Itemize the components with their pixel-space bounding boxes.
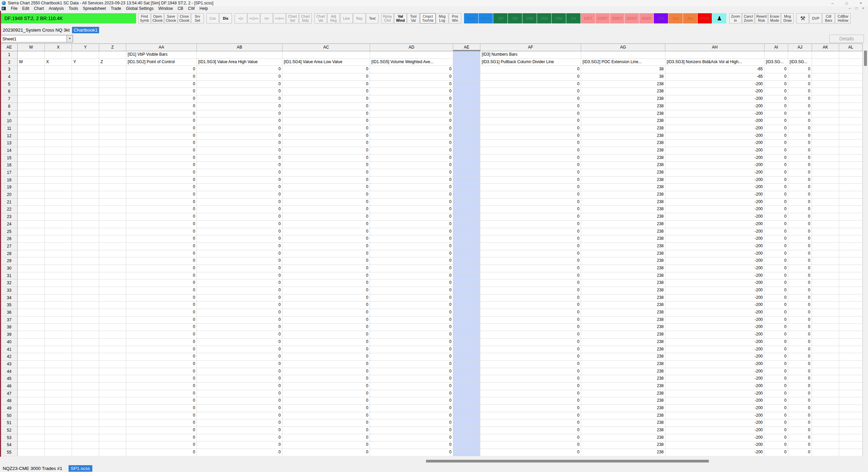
cell-AE42[interactable] [453, 353, 480, 361]
cell-AL49[interactable] [839, 405, 863, 412]
cell-AG1[interactable] [581, 51, 665, 59]
cell-AB48[interactable]: 0 [197, 397, 282, 405]
cell-AE30[interactable] [453, 265, 480, 272]
cell-AI53[interactable]: 0 [764, 434, 788, 442]
cell-AJ7[interactable]: 0 [788, 95, 812, 103]
row-number[interactable]: 42 [1, 353, 18, 361]
cell-AK50[interactable] [812, 412, 839, 420]
cell-AK27[interactable] [812, 243, 839, 250]
cell-AC10[interactable]: 0 [282, 117, 370, 125]
cell-AE47[interactable] [453, 390, 480, 398]
cell-AG12[interactable]: 238 [581, 132, 665, 140]
cell-X19[interactable] [45, 184, 72, 191]
cell-AA27[interactable]: 0 [126, 243, 197, 250]
cell-AA32[interactable]: 0 [126, 279, 197, 287]
cell-AF1[interactable]: [ID3] Numbers Bars [480, 51, 581, 59]
cell-Z45[interactable] [99, 375, 126, 383]
cell-Y38[interactable] [72, 324, 99, 331]
cell-AL35[interactable] [839, 302, 863, 309]
cell-AE26[interactable] [453, 235, 480, 243]
cell-AB50[interactable]: 0 [197, 412, 282, 420]
cell-AK12[interactable] [812, 132, 839, 140]
cell-AG3[interactable]: 38 [581, 66, 665, 73]
cell-AC30[interactable]: 0 [282, 265, 370, 272]
find-symbol-button[interactable]: FindSymb [138, 13, 151, 23]
cell-W5[interactable] [18, 81, 45, 88]
cell-Y4[interactable] [72, 73, 99, 81]
cell-AK40[interactable] [812, 339, 839, 346]
cell-AD31[interactable]: 0 [370, 272, 453, 280]
cell-AE40[interactable] [453, 339, 480, 346]
mdi-restore-icon[interactable]: □ [853, 6, 860, 11]
cell-AE1[interactable] [453, 51, 480, 59]
cell-AF3[interactable]: 0 [480, 66, 581, 73]
cell-AB4[interactable]: 0 [197, 73, 282, 81]
cell-X33[interactable] [45, 287, 72, 294]
cell-AA22[interactable]: 0 [126, 206, 197, 213]
cell-AH26[interactable]: -200 [665, 235, 764, 243]
row-number[interactable]: 13 [1, 140, 18, 147]
cell-AA34[interactable]: 0 [126, 294, 197, 302]
row-number[interactable]: 45 [1, 375, 18, 383]
cell-AG52[interactable]: 238 [581, 427, 665, 434]
cell-AA2[interactable]: [ID1.SG2] Point of Control [126, 59, 197, 66]
cell-AH35[interactable]: -200 [665, 302, 764, 309]
cell-AD13[interactable]: 0 [370, 140, 453, 147]
row-number[interactable]: 50 [1, 412, 18, 420]
cell-AA1[interactable]: [ID1] VbP Visible Bars [126, 51, 197, 59]
cell-AD15[interactable]: 0 [370, 155, 453, 162]
cell-W4[interactable] [18, 73, 45, 81]
cell-AC51[interactable]: 0 [282, 419, 370, 427]
tf-4500t-button[interactable]: 4500t [639, 13, 653, 23]
ray-tool-button[interactable]: Ray [353, 13, 366, 23]
cell-AF49[interactable]: 0 [480, 405, 581, 412]
row-number[interactable]: 7 [1, 95, 18, 103]
row-number[interactable]: 25 [1, 228, 18, 236]
cell-AL32[interactable] [839, 279, 863, 287]
cell-AD26[interactable]: 0 [370, 235, 453, 243]
cell-X32[interactable] [45, 279, 72, 287]
cell-AG42[interactable]: 238 [581, 353, 665, 361]
cell-AK44[interactable] [812, 368, 839, 376]
row-number[interactable]: 44 [1, 368, 18, 376]
cell-AD24[interactable]: 0 [370, 221, 453, 228]
cell-X12[interactable] [45, 132, 72, 140]
cell-AC47[interactable]: 0 [282, 390, 370, 398]
cell-AB52[interactable]: 0 [197, 427, 282, 434]
cell-AF34[interactable]: 0 [480, 294, 581, 302]
cell-AL17[interactable] [839, 169, 863, 177]
row-number[interactable]: 23 [1, 213, 18, 221]
cell-AH3[interactable]: -65 [665, 66, 764, 73]
cell-AI28[interactable]: 0 [764, 250, 788, 258]
cell-AL40[interactable] [839, 339, 863, 346]
cell-W14[interactable] [18, 147, 45, 155]
cell-AF42[interactable]: 0 [480, 353, 581, 361]
cell-X41[interactable] [45, 346, 72, 353]
disconnect-button[interactable]: Dis [219, 13, 232, 23]
cell-AJ37[interactable]: 0 [788, 316, 812, 324]
cell-AL18[interactable] [839, 177, 863, 184]
cell-AL26[interactable] [839, 235, 863, 243]
cell-AH42[interactable]: -200 [665, 353, 764, 361]
cell-AL42[interactable] [839, 353, 863, 361]
cell-AC34[interactable]: 0 [282, 294, 370, 302]
cell-AA20[interactable]: 0 [126, 191, 197, 199]
column-header-AA[interactable]: AA [126, 44, 197, 51]
cell-W25[interactable] [18, 228, 45, 236]
cell-AK4[interactable] [812, 73, 839, 81]
menu-help[interactable]: Help [197, 6, 210, 11]
cell-Z18[interactable] [99, 177, 126, 184]
cell-X53[interactable] [45, 434, 72, 442]
cell-AE25[interactable] [453, 228, 480, 236]
replay-chart-button[interactable]: RplayChrt [381, 13, 394, 23]
cell-AF2[interactable]: [ID3.SG1] Pullback Column Divider Line [480, 59, 581, 66]
cell-Y20[interactable] [72, 191, 99, 199]
maximize-icon[interactable]: □ [839, 0, 854, 6]
cell-AH9[interactable]: -200 [665, 110, 764, 118]
cell-AA8[interactable]: 0 [126, 103, 197, 110]
row-number[interactable]: 6 [1, 88, 18, 95]
cell-AD10[interactable]: 0 [370, 117, 453, 125]
cell-X26[interactable] [45, 235, 72, 243]
cell-AB8[interactable]: 0 [197, 103, 282, 110]
cell-AE36[interactable] [453, 309, 480, 316]
